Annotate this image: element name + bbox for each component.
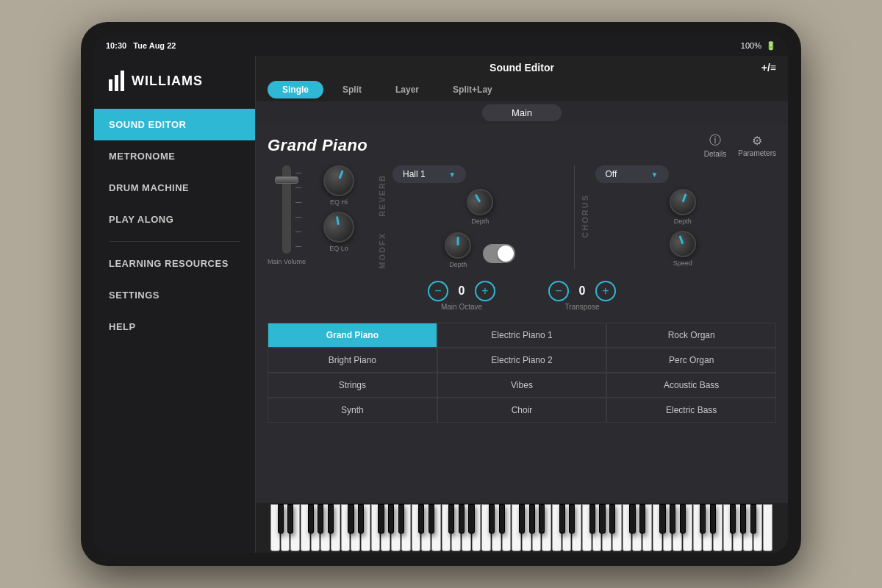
black-key-5-1[interactable] [639, 504, 645, 534]
sound-item-bright-piano[interactable]: Bright Piano [268, 348, 437, 373]
sidebar-item-help[interactable]: Help [94, 311, 255, 343]
sub-tab-main[interactable]: Main [482, 104, 562, 121]
black-key-5-4[interactable] [670, 504, 675, 534]
octave-plus-button[interactable]: + [475, 281, 495, 301]
transpose-minus-button[interactable]: − [548, 281, 569, 301]
effects-columns: Reverb Hall 1 ▼ [372, 165, 776, 269]
black-key-2-0[interactable] [418, 504, 424, 534]
sound-item-vibes[interactable]: Vibes [437, 373, 607, 398]
black-key-4-1[interactable] [569, 504, 575, 534]
black-key-5-0[interactable] [629, 504, 635, 534]
black-key-0-1[interactable] [287, 504, 293, 534]
eq-hi-knob[interactable] [319, 161, 359, 201]
modfx-depth-knob[interactable] [445, 232, 471, 259]
black-key-2-3[interactable] [448, 504, 454, 534]
black-key-4-5[interactable] [609, 504, 615, 534]
chorus-preset-text: Off [606, 169, 648, 179]
octave-minus-button[interactable]: − [428, 281, 448, 301]
sound-item-acoustic-bass[interactable]: Acoustic Bass [606, 373, 776, 398]
black-key-6-3[interactable] [730, 504, 736, 534]
sidebar-item-play-along[interactable]: Play Along [94, 204, 255, 235]
tab-layer[interactable]: Layer [381, 81, 434, 98]
chorus-speed-row: Speed [595, 231, 770, 267]
sound-item-electric-piano-1[interactable]: Electric Piano 1 [437, 323, 607, 348]
chorus-speed-knob[interactable] [666, 227, 700, 261]
black-key-3-3[interactable] [519, 504, 525, 534]
black-key-3-0[interactable] [489, 504, 495, 534]
parameters-action[interactable]: ⚙ Parameters [738, 134, 776, 157]
black-key-5-5[interactable] [680, 504, 686, 534]
volume-fader-handle[interactable] [275, 176, 298, 184]
black-key-6-5[interactable] [750, 504, 756, 534]
sidebar-item-sound-editor[interactable]: Sound Editor [94, 109, 255, 140]
logo-icon [109, 71, 124, 91]
sound-item-electric-piano-2[interactable]: Electric Piano 2 [437, 348, 607, 373]
tab-splitlay[interactable]: Split+Lay [438, 81, 507, 98]
sidebar-item-metronome[interactable]: Metronome [94, 140, 255, 172]
piano-keys-container[interactable] [270, 504, 773, 551]
details-action[interactable]: ⓘ Details [704, 133, 727, 158]
eq-hi-label: EQ Hi [330, 198, 348, 206]
black-key-2-4[interactable] [459, 504, 465, 534]
reverb-row: Hall 1 ▼ [392, 165, 567, 183]
black-key-1-0[interactable] [348, 504, 354, 534]
black-key-6-4[interactable] [740, 504, 746, 534]
black-key-4-3[interactable] [589, 504, 595, 534]
chorus-preset-dropdown[interactable]: Off ▼ [595, 165, 669, 183]
reverb-dropdown-arrow: ▼ [448, 171, 456, 179]
reverb-preset-dropdown[interactable]: Hall 1 ▼ [392, 165, 466, 183]
modfx-depth-group: Depth [445, 232, 471, 268]
logo-bar-1 [109, 79, 112, 91]
black-key-0-0[interactable] [278, 504, 284, 534]
sound-item-choir[interactable]: Choir [437, 398, 607, 423]
controls-main-row: Main Volume EQ Hi EQ Lo [268, 165, 776, 269]
black-key-2-5[interactable] [468, 504, 474, 534]
black-key-6-0[interactable] [700, 504, 706, 534]
chorus-depth-knob[interactable] [666, 185, 700, 219]
tab-single[interactable]: Single [268, 81, 323, 98]
black-key-0-4[interactable] [318, 504, 323, 534]
fader-tick-1 [295, 173, 301, 173]
black-key-4-4[interactable] [599, 504, 605, 534]
sidebar-item-drum-machine[interactable]: Drum Machine [94, 172, 255, 204]
reverb-depth-knob[interactable] [462, 184, 498, 220]
eq-lo-knob[interactable] [321, 209, 357, 245]
sliders-icon: ⚙ [752, 134, 762, 148]
sidebar-item-settings[interactable]: Settings [94, 279, 255, 311]
details-label: Details [704, 150, 727, 158]
black-key-1-5[interactable] [398, 504, 404, 534]
white-key-49[interactable] [763, 504, 772, 551]
black-key-4-0[interactable] [559, 504, 565, 534]
sound-item-perc-organ[interactable]: Perc Organ [606, 348, 776, 373]
black-key-1-1[interactable] [358, 504, 364, 534]
header-actions: ⓘ Details ⚙ Parameters [704, 133, 776, 158]
expand-icon[interactable]: +/≡ [761, 62, 776, 74]
nav-divider [109, 241, 240, 242]
eq-lo-group: EQ Lo [323, 212, 354, 252]
sound-item-strings[interactable]: Strings [268, 373, 437, 398]
sidebar-item-learning-resources[interactable]: Learning Resources [94, 248, 255, 279]
sound-item-grand-piano[interactable]: Grand Piano [268, 323, 437, 348]
chorus-speed-group: Speed [670, 231, 696, 267]
transpose-plus-button[interactable]: + [595, 281, 616, 301]
modfx-toggle[interactable] [483, 244, 515, 263]
octave-transpose-row: − 0 + Main Octave [268, 276, 776, 315]
tablet-frame: 10:30 Tue Aug 22 100% 🔋 WILLIAMS [81, 22, 801, 566]
black-key-6-1[interactable] [710, 504, 716, 534]
black-key-5-3[interactable] [659, 504, 665, 534]
volume-fader-track[interactable] [282, 165, 291, 254]
black-key-2-1[interactable] [429, 504, 434, 534]
black-key-3-1[interactable] [499, 504, 505, 534]
logo-area: WILLIAMS [94, 71, 255, 109]
black-key-0-3[interactable] [308, 504, 314, 534]
black-key-3-4[interactable] [529, 504, 535, 534]
black-key-3-5[interactable] [539, 504, 545, 534]
piano-keyboard[interactable] [256, 503, 788, 553]
sound-item-rock-organ[interactable]: Rock Organ [606, 323, 776, 348]
black-key-1-3[interactable] [378, 504, 384, 534]
black-key-1-4[interactable] [388, 504, 394, 534]
sound-item-synth[interactable]: Synth [268, 398, 437, 423]
sound-item-electric-bass[interactable]: Electric Bass [606, 398, 776, 423]
black-key-0-5[interactable] [328, 504, 334, 534]
tab-split[interactable]: Split [328, 81, 376, 98]
